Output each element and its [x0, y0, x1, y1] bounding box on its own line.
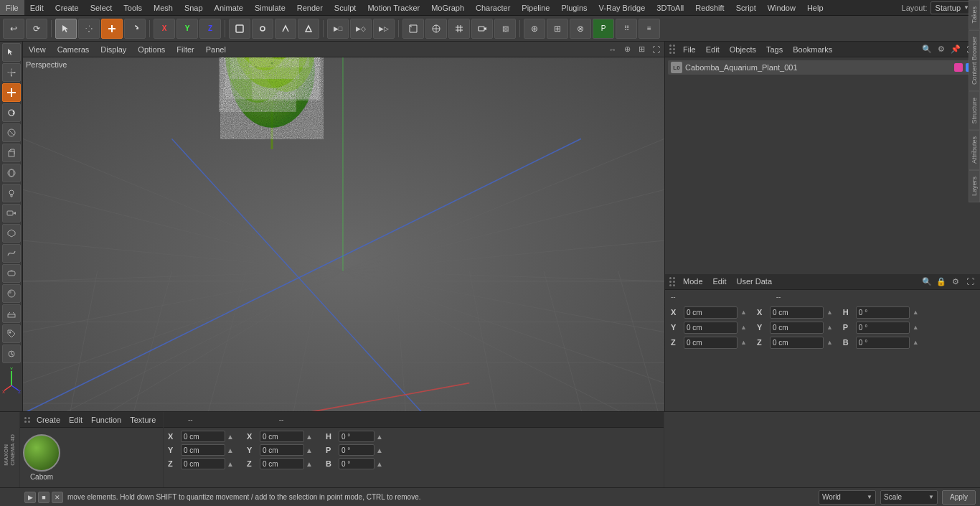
menu-help[interactable]: Help — [801, 0, 829, 15]
render-region-button[interactable]: ▶□ — [327, 19, 349, 39]
menu-pipeline[interactable]: Pipeline — [516, 0, 555, 15]
layout-selector[interactable]: Startup ▼ — [930, 1, 974, 14]
tab-takes[interactable]: Takes — [969, 0, 980, 30]
cb-p-input[interactable] — [339, 444, 374, 456]
am-edit-menu[interactable]: Edit — [711, 277, 729, 286]
om-objects-menu[interactable]: Objects — [727, 45, 758, 54]
attr-z-pos-input[interactable] — [684, 337, 738, 349]
cb-b-arrow[interactable]: ▲ — [376, 460, 389, 468]
cb-h-arrow[interactable]: ▲ — [376, 433, 389, 441]
cb-b-input[interactable] — [339, 458, 374, 469]
om-pin-icon[interactable]: 📌 — [950, 44, 961, 55]
cb-z-size-input[interactable] — [260, 458, 304, 469]
attr-h-arrow[interactable]: ▲ — [913, 309, 919, 316]
tab-structure[interactable]: Structure — [969, 91, 980, 131]
snap-btn[interactable]: ⊗ — [570, 19, 591, 39]
mat-drag-dots[interactable] — [24, 415, 30, 425]
object-entry[interactable]: L0 Cabomba_Aquarium_Plant_001 — [668, 60, 977, 75]
attr-z-rot-arrow[interactable]: ▲ — [826, 339, 833, 346]
attr-x-pos-input[interactable] — [684, 306, 738, 319]
viewport-menu-cameras[interactable]: Cameras — [55, 45, 93, 54]
pivot-btn[interactable]: P — [593, 19, 614, 39]
sb-rotate[interactable] — [2, 103, 21, 122]
am-mode-menu[interactable]: Mode — [681, 277, 705, 286]
cb-x-size-input[interactable] — [260, 431, 304, 442]
status-icon-play[interactable]: ▶ — [24, 492, 36, 503]
sb-camera[interactable] — [2, 204, 21, 222]
sb-scale[interactable] — [2, 83, 21, 102]
om-edit-menu[interactable]: Edit — [704, 45, 722, 54]
perspective-button[interactable] — [402, 19, 424, 39]
sb-floor[interactable] — [2, 304, 21, 323]
sb-polygon[interactable] — [2, 224, 21, 243]
attr-y-rot-arrow[interactable]: ▲ — [826, 324, 833, 331]
cb-z-size-arrow[interactable]: ▲ — [306, 460, 319, 468]
attr-z-rot-input[interactable] — [770, 337, 824, 349]
attr-b-arrow[interactable]: ▲ — [913, 339, 919, 346]
menu-sculpt[interactable]: Sculpt — [329, 0, 362, 15]
viewport-menu-display[interactable]: Display — [98, 45, 129, 54]
y-axis-button[interactable]: Y — [176, 19, 198, 39]
attr-drag-dots[interactable] — [669, 276, 675, 286]
undo-button[interactable]: ↩ — [3, 19, 24, 39]
edge-mode-button[interactable] — [275, 19, 296, 39]
sb-material[interactable] — [2, 284, 21, 303]
om-search-icon[interactable]: 🔍 — [921, 44, 933, 55]
object-mode-button[interactable] — [229, 19, 250, 39]
menu-animate[interactable]: Animate — [209, 0, 249, 15]
menu-script[interactable]: Script — [730, 0, 762, 15]
attr-p-input[interactable] — [856, 322, 910, 334]
attr-y-rot-input[interactable] — [770, 322, 824, 334]
viewport-menu-panel[interactable]: Panel — [203, 45, 229, 54]
viewport-menu-view[interactable]: View — [26, 45, 49, 54]
tab-content-browser[interactable]: Content Browser — [969, 30, 980, 91]
cb-z-pos-arrow[interactable]: ▲ — [227, 460, 240, 468]
mat-function-menu[interactable]: Function — [89, 416, 123, 424]
poly-mode-button[interactable] — [298, 19, 319, 39]
mat-create-menu[interactable]: Create — [34, 416, 62, 424]
attr-p-arrow[interactable]: ▲ — [913, 324, 919, 331]
attr-y-pos-input[interactable] — [684, 322, 738, 334]
menu-3dtoall[interactable]: 3DToAll — [651, 0, 689, 15]
attr-lock-icon[interactable]: 🔒 — [936, 276, 947, 287]
menu-edit[interactable]: Edit — [24, 0, 50, 15]
vp-pan-icon[interactable]: ⊕ — [621, 44, 633, 55]
vp-settings-icon[interactable]: ⊞ — [636, 44, 647, 55]
viewport-menu-filter[interactable]: Filter — [174, 45, 197, 54]
menu-simulate[interactable]: Simulate — [249, 0, 291, 15]
attr-y-pos-arrow[interactable]: ▲ — [740, 324, 747, 331]
menu-redshift[interactable]: Redshift — [689, 0, 730, 15]
cb-y-size-arrow[interactable]: ▲ — [306, 446, 319, 454]
menu-character[interactable]: Character — [470, 0, 516, 15]
attr-x-rot-input[interactable] — [770, 306, 824, 319]
sb-deformer[interactable] — [2, 264, 21, 283]
cb-y-pos-input[interactable] — [181, 444, 225, 456]
cb-x-pos-input[interactable] — [181, 431, 225, 442]
sb-tag[interactable] — [2, 324, 21, 343]
sb-move[interactable] — [2, 63, 21, 82]
transform2-btn[interactable]: ⊞ — [547, 19, 568, 39]
om-bookmarks-menu[interactable]: Bookmarks — [791, 45, 834, 54]
status-icon-square[interactable]: ■ — [38, 492, 50, 503]
cb-p-arrow[interactable]: ▲ — [376, 446, 389, 454]
cb-z-pos-input[interactable] — [181, 458, 225, 469]
attr-x-rot-arrow[interactable]: ▲ — [826, 309, 833, 316]
cb-y-size-input[interactable] — [260, 444, 304, 456]
attr-search-icon[interactable]: 🔍 — [921, 276, 933, 287]
sb-sphere[interactable] — [2, 164, 21, 182]
menu-plugins[interactable]: Plugins — [555, 0, 593, 15]
vp-maximize-icon[interactable]: ⛶ — [650, 44, 661, 55]
sb-null[interactable] — [2, 123, 21, 142]
quad-btn[interactable]: ⠿ — [616, 19, 637, 39]
menu-create[interactable]: Create — [50, 0, 85, 15]
menu-motion-tracker[interactable]: Motion Tracker — [362, 0, 425, 15]
attr-z-pos-arrow[interactable]: ▲ — [740, 339, 747, 346]
menu-window[interactable]: Window — [762, 0, 801, 15]
menu-file[interactable]: File — [0, 0, 24, 15]
tab-attributes[interactable]: Attributes — [969, 130, 980, 170]
render-button[interactable]: ▶▷ — [373, 19, 395, 39]
menu-render[interactable]: Render — [291, 0, 329, 15]
attr-b-input[interactable] — [856, 337, 910, 349]
z-axis-button[interactable]: Z — [199, 19, 221, 39]
panel-drag-dots[interactable] — [669, 44, 675, 55]
